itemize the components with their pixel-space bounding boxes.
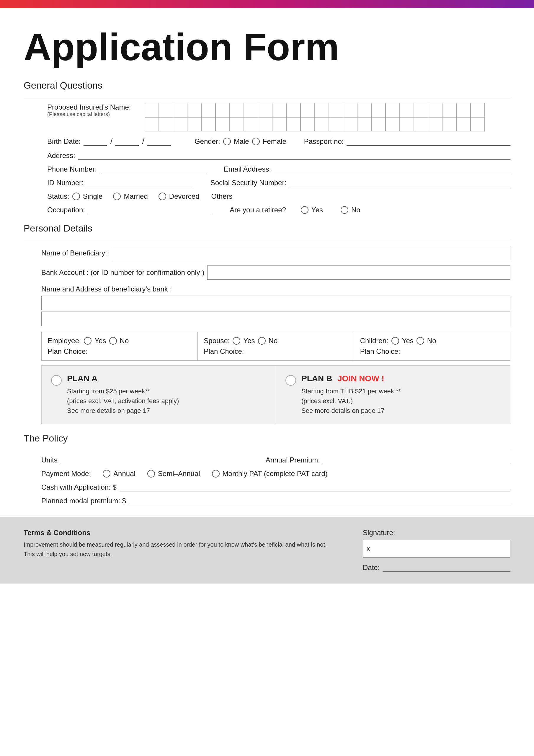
beneficiary-name-row: Name of Beneficiary :	[41, 246, 510, 260]
char-box[interactable]	[470, 103, 485, 117]
char-box[interactable]	[301, 117, 315, 131]
birth-date-day[interactable]	[84, 137, 107, 146]
char-box[interactable]	[315, 117, 329, 131]
bank-address-line-1[interactable]	[41, 296, 510, 310]
char-box[interactable]	[343, 117, 357, 131]
employee-spouse-children-table: Employee: Yes No Plan Choice: Spouse: Ye…	[41, 332, 510, 361]
char-box[interactable]	[414, 103, 428, 117]
status-divorced-label: Devorced	[169, 192, 200, 201]
email-input[interactable]	[274, 165, 510, 173]
char-box[interactable]	[201, 117, 216, 131]
char-box[interactable]	[230, 117, 244, 131]
char-box[interactable]	[329, 117, 343, 131]
children-no-radio[interactable]	[416, 337, 424, 345]
char-box[interactable]	[414, 117, 428, 131]
spouse-no-radio[interactable]	[258, 337, 266, 345]
status-married-radio[interactable]	[113, 193, 121, 200]
char-box[interactable]	[386, 103, 400, 117]
char-box[interactable]	[187, 117, 201, 131]
employee-no-radio[interactable]	[109, 337, 117, 345]
char-box[interactable]	[329, 103, 343, 117]
beneficiary-name-input[interactable]	[112, 246, 510, 260]
annual-premium-input[interactable]	[323, 456, 510, 464]
beneficiary-name-label: Name of Beneficiary :	[41, 249, 109, 257]
spouse-yes-label: Yes	[243, 337, 255, 345]
char-box[interactable]	[400, 103, 414, 117]
plan-a-radio[interactable]	[51, 375, 62, 386]
status-single-radio[interactable]	[72, 193, 80, 200]
address-input[interactable]	[78, 151, 510, 160]
char-box[interactable]	[428, 117, 442, 131]
retiree-no-radio[interactable]	[341, 206, 348, 214]
char-box[interactable]	[343, 103, 357, 117]
char-box[interactable]	[442, 117, 456, 131]
char-box[interactable]	[258, 117, 272, 131]
char-box[interactable]	[187, 103, 201, 117]
char-box[interactable]	[201, 103, 216, 117]
char-box[interactable]	[173, 117, 187, 131]
employee-no-label: No	[120, 337, 129, 345]
char-box[interactable]	[230, 103, 244, 117]
char-box[interactable]	[173, 103, 187, 117]
date-input[interactable]	[383, 563, 510, 572]
char-box[interactable]	[371, 103, 386, 117]
char-box[interactable]	[301, 103, 315, 117]
char-box[interactable]	[470, 117, 485, 131]
name-grid-row-2[interactable]	[145, 117, 485, 131]
occupation-input[interactable]	[88, 206, 212, 214]
char-box[interactable]	[286, 103, 301, 117]
bank-account-input[interactable]	[207, 265, 510, 280]
char-box[interactable]	[145, 103, 159, 117]
name-grid-row-1[interactable]	[145, 103, 485, 117]
char-box[interactable]	[442, 103, 456, 117]
bank-address-line-2[interactable]	[41, 311, 510, 326]
name-grid-rows	[145, 103, 485, 131]
retiree-yes-radio[interactable]	[301, 206, 308, 214]
signature-placeholder: x	[367, 545, 370, 553]
char-box[interactable]	[286, 117, 301, 131]
status-divorced-radio[interactable]	[158, 193, 166, 200]
ssn-input[interactable]	[289, 179, 510, 187]
gender-male-radio[interactable]	[223, 138, 231, 145]
plan-b-radio[interactable]	[285, 375, 296, 386]
char-box[interactable]	[159, 117, 173, 131]
gender-female-radio[interactable]	[252, 138, 260, 145]
passport-input[interactable]	[347, 137, 510, 146]
char-box[interactable]	[357, 103, 371, 117]
char-box[interactable]	[456, 117, 470, 131]
char-box[interactable]	[357, 117, 371, 131]
phone-input[interactable]	[100, 165, 206, 173]
date-row: Date:	[363, 563, 510, 572]
char-box[interactable]	[272, 103, 286, 117]
terms-title: Terms & Conditions	[24, 528, 339, 537]
char-box[interactable]	[371, 117, 386, 131]
signature-box[interactable]: x	[363, 540, 510, 557]
id-input[interactable]	[87, 179, 193, 187]
char-box[interactable]	[145, 117, 159, 131]
char-box[interactable]	[315, 103, 329, 117]
planned-input[interactable]	[129, 497, 510, 505]
char-box[interactable]	[456, 103, 470, 117]
payment-semi-annual-radio[interactable]	[147, 470, 155, 477]
payment-monthly-radio[interactable]	[212, 470, 220, 477]
birth-date-month[interactable]	[116, 137, 139, 146]
cash-input[interactable]	[120, 483, 510, 491]
char-box[interactable]	[428, 103, 442, 117]
char-box[interactable]	[244, 117, 258, 131]
spouse-yes-radio[interactable]	[233, 337, 240, 345]
char-box[interactable]	[159, 103, 173, 117]
char-box[interactable]	[258, 103, 272, 117]
char-box[interactable]	[272, 117, 286, 131]
char-box[interactable]	[216, 117, 230, 131]
footer-right: Signature: x Date:	[363, 528, 510, 572]
char-box[interactable]	[244, 103, 258, 117]
char-box[interactable]	[216, 103, 230, 117]
payment-monthly-label: Monthly PAT (complete PAT card)	[223, 470, 328, 478]
payment-annual-radio[interactable]	[103, 470, 110, 477]
children-yes-radio[interactable]	[391, 337, 399, 345]
employee-yes-radio[interactable]	[84, 337, 92, 345]
birth-date-year[interactable]	[147, 137, 171, 146]
char-box[interactable]	[400, 117, 414, 131]
char-box[interactable]	[386, 117, 400, 131]
units-input[interactable]	[61, 456, 248, 464]
